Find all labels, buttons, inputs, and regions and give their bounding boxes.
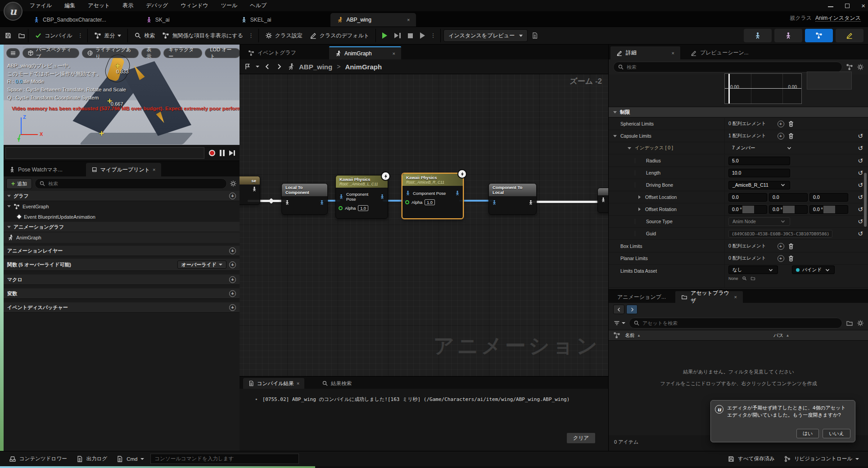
- menu-file[interactable]: ファイル: [23, 0, 58, 11]
- item-event-blueprintupdateanimation[interactable]: Event BlueprintUpdateAnimation: [4, 212, 240, 222]
- rotation-drag-grip[interactable]: [823, 206, 835, 213]
- offset-rotation-y-input[interactable]: 0.0 °: [769, 205, 808, 214]
- menu-window[interactable]: ウィンドウ: [174, 0, 214, 11]
- lod-dropdown[interactable]: LOD オート: [205, 48, 240, 58]
- bone-marker-icon[interactable]: ✛: [115, 63, 120, 69]
- add-variable-icon[interactable]: +: [229, 290, 236, 297]
- trash-icon[interactable]: [787, 120, 795, 127]
- nav-forward-icon[interactable]: [276, 63, 283, 70]
- record-button[interactable]: [209, 150, 215, 156]
- pose-input-pin-icon[interactable]: [285, 200, 290, 205]
- pose-input-pin-icon[interactable]: [405, 190, 411, 196]
- add-macro-icon[interactable]: +: [229, 276, 236, 283]
- menu-tools[interactable]: ツール: [215, 0, 244, 11]
- history-forward-button[interactable]: [626, 305, 637, 314]
- add-element-icon[interactable]: +: [778, 133, 784, 140]
- reset-to-default-icon[interactable]: ↺: [858, 206, 863, 213]
- radius-input[interactable]: 5.0: [728, 157, 790, 165]
- item-eventgraph[interactable]: EventGraph: [4, 201, 240, 212]
- tab-animation-blueprint[interactable]: アニメーションブ...: [611, 291, 672, 303]
- pose-output-pin-icon[interactable]: [380, 194, 385, 199]
- section-event-dispatchers[interactable]: イベントディスパッチャー+: [4, 302, 240, 313]
- asset-search-input[interactable]: [642, 320, 838, 326]
- tab-find-results[interactable]: 結果検索: [317, 378, 357, 389]
- tab-close-icon[interactable]: ×: [393, 51, 395, 56]
- section-graphs[interactable]: グラフ+: [4, 191, 240, 201]
- bone-marker-icon[interactable]: ✛: [99, 130, 104, 137]
- clear-button[interactable]: クリア: [566, 432, 596, 444]
- length-input[interactable]: 10.0: [728, 169, 790, 177]
- minimize-button[interactable]: [828, 4, 833, 7]
- reset-to-default-icon[interactable]: ↺: [858, 132, 863, 140]
- alpha-pin-icon[interactable]: [405, 200, 409, 204]
- offset-location-z-input[interactable]: 0.0: [809, 193, 848, 202]
- tab-preview-scene[interactable]: プレビューシーン...: [685, 46, 755, 59]
- details-search-input[interactable]: [627, 64, 838, 70]
- pose-output-pin-icon[interactable]: [455, 190, 460, 196]
- preview-instance-dropdown[interactable]: インスタンスをプレビュー: [443, 29, 528, 42]
- frame-skip-button[interactable]: [391, 29, 404, 42]
- diff-button[interactable]: 差分: [90, 29, 125, 42]
- column-path[interactable]: パス▲: [773, 332, 789, 339]
- tab-details[interactable]: 詳細 ×: [610, 46, 680, 59]
- node-clipped-left[interactable]: se: [240, 176, 260, 205]
- dialog-no-button[interactable]: いいえ: [823, 429, 850, 438]
- cmd-dropdown[interactable]: Cmd: [112, 455, 149, 463]
- save-all-status[interactable]: すべて保存済み: [723, 455, 779, 463]
- add-element-icon[interactable]: +: [778, 243, 784, 250]
- rotation-drag-grip[interactable]: [742, 206, 754, 213]
- tab-skel-ai[interactable]: SKEL_ai: [235, 13, 278, 27]
- tab-close-icon[interactable]: ×: [297, 381, 299, 386]
- add-layer-icon[interactable]: +: [229, 248, 236, 254]
- add-dispatcher-icon[interactable]: +: [229, 304, 236, 311]
- rotation-drag-grip[interactable]: [783, 206, 795, 213]
- tab-compile-results[interactable]: コンパイル結果 ×: [243, 378, 304, 389]
- breadcrumb-root[interactable]: ABP_wing: [299, 63, 332, 71]
- tab-abp-wing[interactable]: ABP_wing ×: [330, 13, 416, 27]
- hide-unrelated-options-icon[interactable]: ⋮: [247, 32, 256, 39]
- add-button[interactable]: +追加: [6, 178, 32, 189]
- tab-close-icon[interactable]: ×: [153, 167, 155, 172]
- bookmark-icon[interactable]: [244, 63, 251, 70]
- browser-settings-gear-icon[interactable]: [857, 320, 864, 327]
- add-function-icon[interactable]: +: [229, 261, 236, 268]
- collapse-icon[interactable]: [613, 135, 617, 137]
- perspective-dropdown[interactable]: パースペクティブ: [23, 48, 79, 58]
- menu-view[interactable]: 表示: [116, 0, 140, 11]
- add-element-icon[interactable]: +: [778, 255, 784, 262]
- offset-rotation-z-input[interactable]: 0.0 °: [809, 205, 848, 214]
- console-input[interactable]: コンソールコマンドを入力します: [150, 454, 299, 464]
- pause-button[interactable]: [220, 150, 225, 156]
- offset-location-y-input[interactable]: 0.0: [769, 193, 808, 202]
- sort-icon[interactable]: [613, 332, 620, 339]
- find-button[interactable]: 検索: [131, 29, 158, 42]
- details-scrollbar[interactable]: [864, 173, 867, 227]
- step-frame-button[interactable]: [229, 150, 235, 156]
- play-button[interactable]: [379, 29, 391, 42]
- mode-animation-button[interactable]: [836, 29, 863, 42]
- lit-dropdown[interactable]: ライティングあり: [82, 48, 139, 58]
- list-settings-gear-icon[interactable]: [230, 180, 237, 187]
- graph-canvas[interactable]: ズーム -2 アニメーション se Local To Component: [240, 74, 608, 376]
- node-kawaii-physics-left[interactable]: Kawaii Physics Root: _AmiceB_L_C11 Compo…: [335, 175, 388, 219]
- close-button[interactable]: ×: [861, 2, 865, 9]
- menu-help[interactable]: ヘルプ: [244, 0, 273, 11]
- my-blueprint-search-input[interactable]: [48, 181, 222, 186]
- scrub-track[interactable]: [5, 147, 204, 159]
- alpha-value-input[interactable]: 1.0: [358, 205, 368, 211]
- skip-button[interactable]: [416, 29, 429, 42]
- save-icon[interactable]: [5, 32, 12, 39]
- class-settings-button[interactable]: クラス設定: [262, 29, 306, 42]
- pose-output-pin-icon[interactable]: [528, 200, 533, 205]
- play-options-icon[interactable]: ⋮: [429, 32, 438, 39]
- alpha-value-input[interactable]: 1.0: [425, 199, 435, 205]
- preview-viewport[interactable]: ✛ ✛ ✛ 0.333 0.667 Select Collision : Non…: [4, 45, 240, 145]
- pose-output-pin-icon[interactable]: [319, 200, 325, 205]
- item-animgraph[interactable]: AnimGraph: [4, 232, 240, 243]
- section-functions[interactable]: 関数 (5 オーバーライド可能) オーバーライド +: [4, 259, 240, 271]
- menu-asset[interactable]: アセット: [81, 0, 116, 11]
- mode-skeleton-button[interactable]: [744, 29, 772, 42]
- reroute-node[interactable]: [268, 198, 274, 204]
- offset-location-x-input[interactable]: 0.0: [728, 193, 767, 202]
- pose-input-pin-icon[interactable]: [492, 200, 497, 205]
